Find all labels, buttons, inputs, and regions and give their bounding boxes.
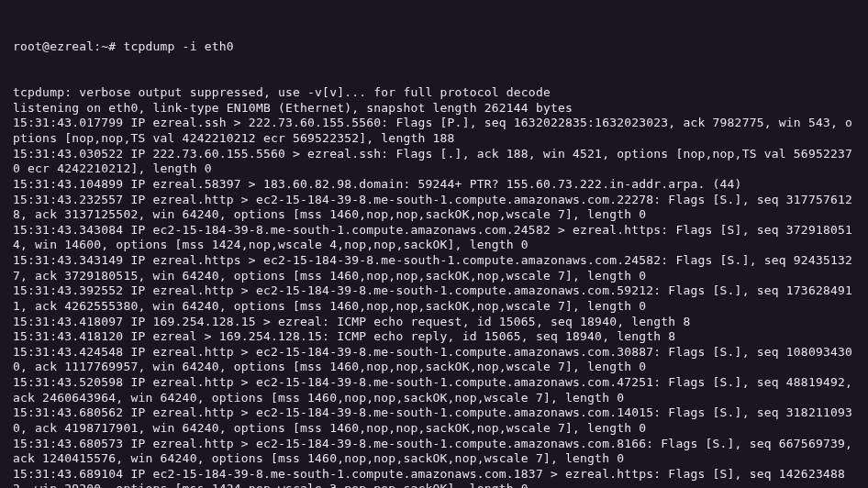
output-line: 15:31:43.689104 IP ec2-15-184-39-8.me-so… xyxy=(13,467,855,488)
command-text: tcpdump -i eth0 xyxy=(123,39,233,53)
command-line: root@ezreal:~# tcpdump -i eth0 xyxy=(13,39,855,55)
output-line: 15:31:43.392552 IP ezreal.http > ec2-15-… xyxy=(13,283,855,314)
output-line: 15:31:43.030522 IP 222.73.60.155.5560 > … xyxy=(13,147,855,177)
output-line: 15:31:43.104899 IP ezreal.58397 > 183.60… xyxy=(13,177,855,193)
output-line: 15:31:43.520598 IP ezreal.http > ec2-15-… xyxy=(13,375,855,405)
output-line: 15:31:43.017799 IP ezreal.ssh > 222.73.6… xyxy=(13,116,855,146)
output-line: 15:31:43.424548 IP ezreal.http > ec2-15-… xyxy=(13,345,855,375)
output-lines: tcpdump: verbose output suppressed, use … xyxy=(13,85,855,488)
output-line: 15:31:43.232557 IP ezreal.http > ec2-15-… xyxy=(13,193,855,223)
shell-prompt: root@ezreal:~# xyxy=(13,39,123,53)
output-line: 15:31:43.418120 IP ezreal > 169.254.128.… xyxy=(13,329,855,345)
output-line: 15:31:43.343149 IP ezreal.https > ec2-15… xyxy=(13,253,855,283)
output-line: 15:31:43.680562 IP ezreal.http > ec2-15-… xyxy=(13,405,855,436)
output-line: 15:31:43.680573 IP ezreal.http > ec2-15-… xyxy=(13,437,855,467)
output-line: 15:31:43.418097 IP 169.254.128.15 > ezre… xyxy=(13,315,855,330)
output-line: tcpdump: verbose output suppressed, use … xyxy=(13,85,855,101)
output-line: 15:31:43.343084 IP ec2-15-184-39-8.me-so… xyxy=(13,223,855,253)
terminal-output[interactable]: root@ezreal:~# tcpdump -i eth0 tcpdump: … xyxy=(13,9,855,488)
output-line: listening on eth0, link-type EN10MB (Eth… xyxy=(13,101,855,116)
